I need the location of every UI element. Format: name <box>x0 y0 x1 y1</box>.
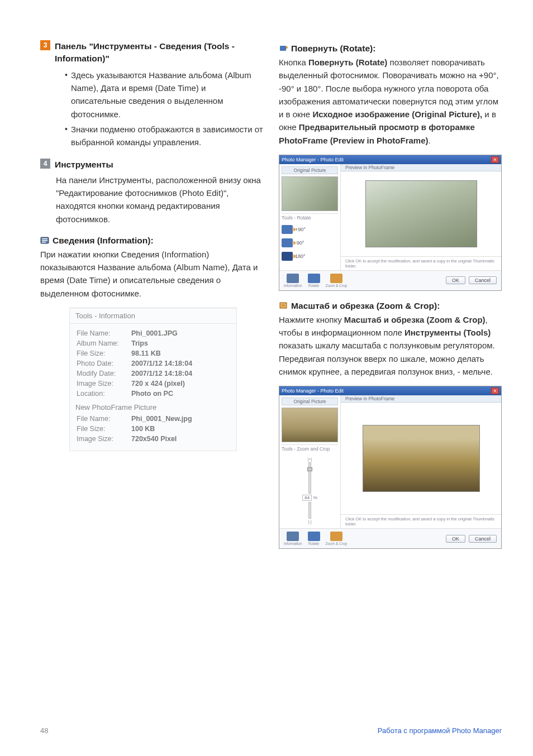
text-span: . <box>429 136 431 145</box>
footer-icon-zoom-crop[interactable]: Zoom & Crop <box>326 532 348 546</box>
preview-area <box>341 403 501 514</box>
kv-row: File Size:100 KB <box>77 424 230 434</box>
rotate-icon <box>279 44 289 53</box>
thumbnail-image <box>282 408 338 442</box>
cancel-button[interactable]: Cancel <box>469 535 497 543</box>
kv-row: Modify Date:2007/1/12 14:18:04 <box>77 369 230 379</box>
section-4-title: Инструменты <box>55 159 113 171</box>
slider-track[interactable] <box>308 502 311 519</box>
footer-section-title: Работа с программой Photo Manager <box>378 726 502 735</box>
preview-label: Preview in PhotoFrame <box>341 164 501 171</box>
kv-val: Photo on PC <box>131 390 173 398</box>
original-picture-label: Original Picture <box>282 398 338 405</box>
information-icon <box>40 236 50 245</box>
kv-key: Photo Date: <box>77 360 131 367</box>
rotate-icon <box>282 225 293 234</box>
badge-4: 4 <box>40 159 50 169</box>
kv-val: 98.11 KB <box>131 350 161 357</box>
bullet-text: Значки подменю отображаются в зависимост… <box>71 123 263 149</box>
app-title: Photo Manager - Photo Edit <box>282 157 344 162</box>
rotate-option-label: 180° <box>295 253 306 259</box>
zoom-slider[interactable]: [+] 64 % [-] <box>282 455 338 526</box>
close-icon[interactable]: × <box>491 387 499 394</box>
rotate-option-180[interactable]: 180° <box>282 251 338 262</box>
zoom-crop-icon <box>279 302 289 310</box>
text-span: Нажмите кнопку <box>279 315 344 324</box>
kv-val: Phi_0001_New.jpg <box>131 415 192 423</box>
text-bold: Исходное изображение (Original Picture), <box>312 109 482 119</box>
rotate-para: Кнопка Повернуть (Rotate) позволяет пово… <box>279 56 502 147</box>
kv-key: File Name: <box>77 415 131 423</box>
section-3-bullets: • Здесь указываются Название альбома (Al… <box>65 69 263 149</box>
footer-icon-information[interactable]: Information <box>284 532 302 546</box>
kv-val: 720 x 424 (pixel) <box>131 380 185 387</box>
percent-unit: % <box>313 495 317 500</box>
app-titlebar: Photo Manager - Photo Edit × <box>279 155 501 164</box>
zoom-screenshot: Photo Manager - Photo Edit × Original Pi… <box>279 386 502 549</box>
kv-val: 720x540 Pixel <box>131 435 177 443</box>
kv-key: Image Size: <box>77 380 131 387</box>
rotate-icon <box>282 252 293 261</box>
close-icon[interactable]: × <box>491 156 499 163</box>
hint-text: Click OK to accept the modification, and… <box>341 256 501 270</box>
info-para: При нажатии кнопки Сведения (Information… <box>40 248 263 300</box>
slider-plus: [+] <box>308 457 312 461</box>
page-footer: 48 Работа с программой Photo Manager <box>40 726 502 735</box>
rotate-icon <box>282 238 293 247</box>
info-heading: Сведения (Information): <box>53 236 154 246</box>
rotate-option-plus90[interactable]: +90° <box>282 224 338 235</box>
kv-val: 2007/1/12 14:18:04 <box>131 370 192 377</box>
hint-text: Click OK to accept the modification, and… <box>341 514 501 528</box>
footer-icon-rotate[interactable]: Rotate <box>308 532 320 546</box>
tools-rotate-label: Tools - Rotate <box>282 213 338 222</box>
app-footer: Information Rotate Zoom & Crop OK Cancel <box>279 528 501 548</box>
info-heading-row: Сведения (Information): <box>40 236 263 246</box>
kv-key: Modify Date: <box>77 370 131 377</box>
thumbnail-image <box>282 176 338 211</box>
cancel-button[interactable]: Cancel <box>469 276 497 284</box>
kv-row: File Name:Phi_0001_New.jpg <box>77 414 230 424</box>
kv-row: Location:Photo on PC <box>77 389 230 399</box>
kv-key: Image Size: <box>77 435 131 443</box>
app-titlebar: Photo Manager - Photo Edit × <box>279 386 501 395</box>
zoom-para: Нажмите кнопку Масштаб и обрезка (Zoom &… <box>279 313 502 378</box>
kv-key: Album Name: <box>77 339 131 347</box>
kv-row: Image Size:720x540 Pixel <box>77 434 230 444</box>
text-span: Кнопка <box>279 58 308 67</box>
preview-label: Preview in PhotoFrame <box>341 395 501 403</box>
rotate-option-label: -90° <box>295 240 304 246</box>
kv-val: Phi_0001.JPG <box>131 329 178 337</box>
svg-rect-3 <box>42 242 46 243</box>
footer-icon-information[interactable]: Information <box>284 274 302 288</box>
kv-val: 100 KB <box>131 425 155 433</box>
rotate-option-label: +90° <box>295 227 306 232</box>
app-footer: Information Rotate Zoom & Crop OK Cancel <box>279 270 501 290</box>
footer-icon-label: Rotate <box>308 284 319 288</box>
tools-information-panel: Tools - Information File Name:Phi_0001.J… <box>69 308 237 451</box>
slider-track[interactable] <box>308 462 311 494</box>
slider-knob[interactable] <box>307 467 312 471</box>
svg-rect-1 <box>42 238 47 240</box>
ok-button[interactable]: OK <box>446 535 465 543</box>
kv-key: File Name: <box>77 329 131 337</box>
footer-icon-rotate[interactable]: Rotate <box>308 274 320 288</box>
rotate-heading-row: Повернуть (Rotate): <box>279 44 502 54</box>
ok-button[interactable]: OK <box>446 276 465 284</box>
text-span: показать шкалу масштаба с ползунковым ре… <box>279 341 495 376</box>
footer-icon-zoom-crop[interactable]: Zoom & Crop <box>326 274 348 288</box>
kv-key: Location: <box>77 390 131 398</box>
rotate-option-minus90[interactable]: -90° <box>282 237 338 248</box>
right-panel: Preview in PhotoFrame Click OK to accept… <box>341 164 501 270</box>
tools-zoom-label: Tools - Zoom and Crop <box>282 444 338 453</box>
text-bold: Повернуть (Rotate) <box>308 58 387 67</box>
rotate-heading: Повернуть (Rotate): <box>291 44 375 54</box>
zoom-percent-input[interactable]: 64 <box>302 495 312 501</box>
slider-minus: [-] <box>308 520 311 524</box>
page-number: 48 <box>40 726 48 735</box>
original-picture-label: Original Picture <box>282 166 338 174</box>
text-bold: Инструменты (Tools) <box>404 328 491 337</box>
footer-icon-label: Rotate <box>308 542 319 546</box>
badge-3: 3 <box>40 40 50 50</box>
preview-area <box>341 171 501 256</box>
bullet-item: • Значки подменю отображаются в зависимо… <box>65 123 263 149</box>
